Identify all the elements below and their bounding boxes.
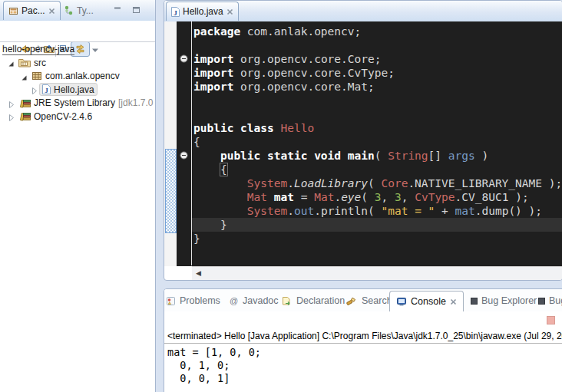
tree-item-label: Hello.java — [54, 84, 94, 95]
tree-item-hello-java[interactable]: JHello.java — [0, 83, 155, 96]
close-icon[interactable] — [450, 298, 457, 305]
package-explorer-tree: hello-opencv-javasrccom.anlak.opencvJHel… — [0, 41, 155, 392]
terminate-button[interactable] — [547, 316, 555, 324]
package-explorer-view: Pac... Ty... hello-opencv-javasrccom.anl… — [0, 0, 156, 392]
bottom-tab-bug-explorer[interactable]: Bug Explorer — [471, 292, 537, 309]
tab-type-hierarchy-label: Ty... — [77, 5, 94, 16]
code-editor-text[interactable]: package com.anlak.opencv; import org.ope… — [193, 25, 562, 245]
code-line: System.out.println( "mat = " + mat.dump(… — [193, 204, 562, 218]
library-icon — [18, 111, 31, 121]
code-line: { — [193, 163, 562, 176]
tree-item-box: src — [16, 56, 48, 69]
bottom-tab-label: Bug Explorer — [481, 295, 537, 306]
bottom-tab-label: Console — [411, 296, 446, 307]
package-explorer-toolbar — [0, 21, 155, 41]
eclipse-workbench: Pac... Ty... hello-opencv-javasrccom.anl… — [0, 0, 562, 392]
tree-item-label: JRE System Library — [34, 97, 115, 108]
editor-tab-label: Hello.java — [183, 6, 223, 17]
close-icon[interactable] — [48, 8, 55, 15]
console-separator — [164, 343, 562, 344]
scrollbar-left-arrow-icon[interactable]: ◀ — [196, 269, 201, 277]
svg-text:@: @ — [230, 296, 238, 305]
tab-package-explorer[interactable]: Pac... — [3, 1, 61, 20]
code-line: { — [193, 135, 562, 149]
tree-collapsed-icon[interactable] — [8, 100, 15, 107]
tree-item-label: OpenCV-2.4.6 — [34, 111, 92, 122]
package-explorer-icon — [8, 6, 18, 16]
bottom-tab-bug[interactable]: Bug — [538, 292, 562, 309]
method-range-indicator — [165, 149, 177, 233]
maximize-button[interactable] — [131, 5, 142, 15]
code-line: } — [193, 232, 562, 245]
editor-horizontal-scrollbar[interactable]: ◀ — [192, 266, 562, 280]
tree-expanded-icon[interactable] — [21, 73, 28, 80]
console-icon — [396, 297, 407, 307]
code-line: public static void main( String[] args ) — [193, 149, 562, 163]
maximize-icon — [132, 6, 140, 14]
console-output-text[interactable]: mat = [1, 0, 0; 0, 1, 0; 0, 0, 1] — [167, 346, 562, 385]
bottom-tab-label: Javadoc — [243, 295, 279, 306]
plugin-icon — [538, 298, 545, 305]
tab-type-hierarchy[interactable]: Ty... — [60, 1, 98, 20]
code-line — [193, 107, 562, 121]
code-line: System.LoadLibrary( Core.NATIVE_LIBRARY_… — [193, 176, 562, 190]
bottom-tab-label: Declaration — [296, 295, 345, 306]
java-file-icon: J — [171, 7, 180, 17]
code-line: import org.opencv.core.Mat; — [193, 80, 562, 94]
tree-collapsed-icon[interactable] — [31, 86, 38, 93]
code-line: package com.anlak.opencv; — [193, 25, 562, 38]
console-status-line: <terminated> Hello [Java Application] C:… — [167, 331, 562, 341]
editor-area: J Hello.java package com.anlak.opencv; i… — [164, 0, 562, 281]
close-icon[interactable] — [226, 8, 233, 15]
tree-item-box: com.anlak.opencv — [29, 70, 122, 83]
console-content: <terminated> Hello [Java Application] C:… — [164, 311, 562, 392]
code-line — [193, 38, 562, 52]
tree-item-label: hello-opencv-java — [2, 44, 74, 55]
minimize-button[interactable] — [112, 5, 124, 15]
tree-collapsed-icon[interactable] — [8, 113, 15, 120]
tab-package-explorer-label: Pac... — [21, 5, 45, 16]
minimize-icon — [114, 6, 122, 14]
tree-item-label: src — [34, 58, 46, 68]
declaration-icon — [282, 296, 293, 306]
code-line: Mat mat = Mat.eye( 3, 3, CvType.CV_8UC1 … — [193, 190, 562, 204]
search-icon — [346, 296, 358, 306]
tree-item-jre-system-library[interactable]: JRE System Library [jdk1.7.0 — [0, 97, 155, 110]
bottom-tab-javadoc[interactable]: @Javadoc — [229, 292, 279, 309]
bottom-tab-search[interactable]: Search — [346, 292, 392, 309]
package-folder-icon — [18, 58, 31, 68]
bottom-tab-label: Bug — [549, 295, 562, 306]
editor-tab-hello-java[interactable]: J Hello.java — [166, 2, 239, 21]
bottom-tab-problems[interactable]: Problems — [166, 292, 220, 309]
code-line: public class Hello — [193, 121, 562, 135]
tree-item-label: com.anlak.opencv — [45, 71, 120, 81]
console-output-line: 0, 1, 0; — [167, 359, 562, 372]
fold-minus-icon[interactable] — [180, 54, 188, 63]
javadoc-icon: @ — [229, 296, 239, 306]
svg-text:J: J — [45, 87, 48, 94]
type-hierarchy-icon — [64, 5, 74, 15]
tree-item-decorator: [jdk1.7.0 — [118, 97, 153, 108]
bottom-view-tabbar: Problems@JavadocDeclarationSearchConsole… — [164, 289, 562, 311]
editor-tabbar: J Hello.java — [164, 1, 562, 22]
tree-item-src[interactable]: src — [0, 56, 155, 69]
library-icon — [18, 98, 31, 108]
bottom-tab-console[interactable]: Console — [389, 291, 464, 311]
bottom-view-stack: Problems@JavadocDeclarationSearchConsole… — [164, 288, 562, 392]
tree-item-com-anlak-opencv[interactable]: com.anlak.opencv — [0, 70, 155, 83]
console-output-line: 0, 0, 1] — [167, 372, 562, 385]
bottom-tab-declaration[interactable]: Declaration — [282, 292, 345, 309]
tree-item-box: hello-opencv-java — [0, 43, 77, 56]
console-output-line: mat = [1, 0, 0; — [167, 346, 562, 359]
code-line: import org.opencv.core.Core; — [193, 52, 562, 66]
tree-item-hello-opencv-java[interactable]: hello-opencv-java — [0, 43, 155, 56]
problems-icon — [166, 296, 176, 306]
code-line: } — [193, 218, 562, 232]
fold-minus-icon[interactable] — [180, 151, 188, 160]
plugin-icon — [471, 298, 478, 305]
left-view-tabbar: Pac... Ty... — [0, 0, 155, 21]
svg-text:J: J — [174, 8, 177, 16]
tree-item-box: OpenCV-2.4.6 — [16, 110, 94, 123]
tree-expanded-icon[interactable] — [8, 59, 15, 66]
tree-item-opencv-2-4-6[interactable]: OpenCV-2.4.6 — [0, 110, 155, 123]
